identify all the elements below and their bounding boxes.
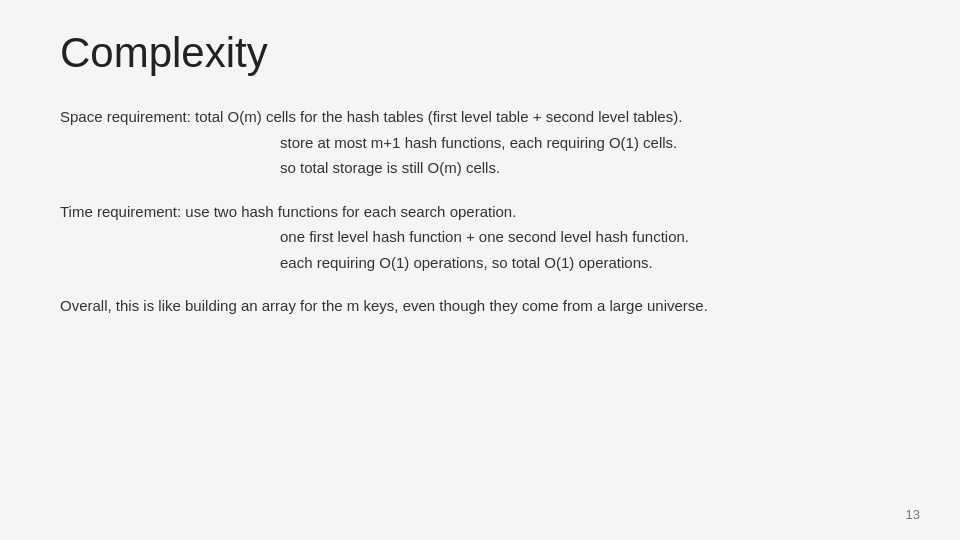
overall-main-line: Overall, this is like building an array … [60,293,900,319]
page-number: 13 [906,507,920,522]
content-area: Space requirement: total O(m) cells for … [60,104,900,319]
space-indent-text-1: store at most m+1 hash functions, each r… [280,130,677,156]
space-main-text: Space requirement: total O(m) cells for … [60,104,682,130]
time-indent-text-2: each requiring O(1) operations, so total… [280,250,653,276]
space-indent-1: store at most m+1 hash functions, each r… [60,130,900,156]
time-block: Time requirement: use two hash functions… [60,199,900,276]
time-indent-text-1: one first level hash function + one seco… [280,224,689,250]
overall-block: Overall, this is like building an array … [60,293,900,319]
space-block: Space requirement: total O(m) cells for … [60,104,900,181]
time-main-line: Time requirement: use two hash functions… [60,199,900,225]
time-indent-2: each requiring O(1) operations, so total… [60,250,900,276]
space-indent-2: so total storage is still O(m) cells. [60,155,900,181]
space-main-line: Space requirement: total O(m) cells for … [60,104,900,130]
time-indent-1: one first level hash function + one seco… [60,224,900,250]
overall-main-text: Overall, this is like building an array … [60,293,708,319]
space-indent-text-2: so total storage is still O(m) cells. [280,155,500,181]
slide: Complexity Space requirement: total O(m)… [0,0,960,540]
slide-title: Complexity [60,30,900,76]
time-main-text: Time requirement: use two hash functions… [60,199,516,225]
